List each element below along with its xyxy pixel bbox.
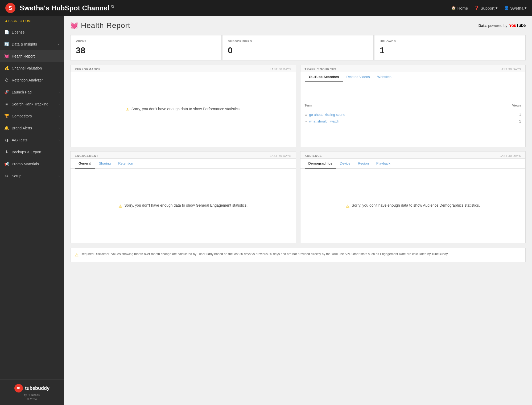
search-rank-icon: ≡ [4,102,9,107]
retention-analyzer-icon: ⏱ [4,78,9,83]
sidebar-item-launch-pad[interactable]: 🚀 Launch Pad › [0,86,64,98]
col-views: Views [512,104,521,107]
sidebar-item-competitors[interactable]: 🏆 Competitors › [0,110,64,122]
sidebar-item-search-rank-tracking[interactable]: ≡ Search Rank Tracking › [0,98,64,110]
engagement-panel: ENGAGEMENT LAST 30 DAYS General Sharing … [70,151,296,243]
table-row: ▲ what should i watch 1 [305,118,521,125]
chevron-right-icon: › [59,138,60,142]
audience-tabs: Demographics Device Region Playback [300,159,526,169]
nav-home[interactable]: 🏠 Home [451,6,468,10]
tab-youtube-searches[interactable]: YouTube Searches [305,72,343,82]
sidebar-item-ab-tests[interactable]: ◑ A/B Tests › [0,134,64,146]
tubebuddy-sub: by BENlabs® [24,394,40,396]
sidebar-item-label: Launch Pad [12,90,32,94]
sidebar-item-health-report[interactable]: 💓 Health Report [0,50,64,62]
sidebar-item-label: Backups & Export [12,150,41,154]
page-header: 💓 Health Report Data powered by YouTube [70,21,526,30]
license-icon: 📄 [4,30,9,35]
nav-user[interactable]: 👤 Swetha ▾ [504,6,527,10]
up-arrow-icon: ▲ [305,113,308,116]
performance-header: PERFORMANCE LAST 30 DAYS [71,65,296,72]
app-title: Swetha's HubSpot Channel ⧉ [20,4,451,12]
tab-device[interactable]: Device [336,159,354,169]
performance-title: PERFORMANCE [75,68,101,71]
performance-panel: PERFORMANCE LAST 30 DAYS ⚠ Sorry, you do… [70,65,296,147]
sidebar-item-label: License [12,30,24,34]
traffic-views-1: 1 [519,113,521,117]
sidebar: ◄ BACK TO HOME 📄 License 🔄 Data & Insigh… [0,16,64,405]
ab-tests-icon: ◑ [4,138,9,142]
traffic-term-1[interactable]: ▲ go ahead kissing scene [305,113,345,117]
sidebar-item-label: A/B Tests [12,138,27,142]
sidebar-item-label: Health Report [12,54,35,58]
launch-pad-icon: 🚀 [4,90,9,95]
subscribers-value: 0 [228,46,368,55]
uploads-label: UPLOADS [380,40,520,43]
subscribers-label: SUBSCRIBERS [228,40,368,43]
sidebar-item-label: Retention Analyzer [12,78,43,82]
table-row: ▲ go ahead kissing scene 1 [305,111,521,118]
data-label: Data [479,23,486,28]
tubebuddy-brand: tubebuddy [25,386,50,391]
tab-websites[interactable]: Websites [374,72,395,82]
tab-demographics[interactable]: Demographics [305,159,336,169]
sidebar-item-label: Brand Alerts [12,126,32,130]
tab-retention[interactable]: Retention [114,159,137,169]
performance-body: ⚠ Sorry, you don't have enough data to s… [71,72,296,147]
disclaimer-warning-icon: ⚠ [75,252,79,258]
topbar: S Swetha's HubSpot Channel ⧉ 🏠 Home ❓ Su… [0,0,532,16]
chevron-right-icon: › [59,91,60,94]
chevron-right-icon: › [59,103,60,106]
audience-subtitle: LAST 30 DAYS [500,154,521,157]
data-insights-icon: 🔄 [4,42,9,47]
traffic-term-2[interactable]: ▲ what should i watch [305,119,339,123]
backups-icon: ⬇ [4,150,9,154]
engagement-subtitle: LAST 30 DAYS [270,154,291,157]
sidebar-item-channel-valuation[interactable]: 💰 Channel Valuation [0,62,64,74]
traffic-tabs: YouTube Searches Related Videos Websites [300,72,526,82]
top-panels-row: PERFORMANCE LAST 30 DAYS ⚠ Sorry, you do… [70,65,526,147]
sidebar-item-brand-alerts[interactable]: 🔔 Brand Alerts › [0,122,64,134]
health-report-icon: 💓 [4,54,9,59]
disclaimer: ⚠ Required Disclaimer: Values showing mo… [70,248,526,262]
uploads-value: 1 [380,46,520,55]
powered-by-label: powered by [488,23,507,28]
sidebar-item-setup[interactable]: ⚙ Setup › [0,170,64,182]
engagement-tabs: General Sharing Retention [71,159,296,169]
tab-related-videos[interactable]: Related Videos [343,72,374,82]
sidebar-item-data-insights[interactable]: 🔄 Data & Insights ▾ [0,38,64,50]
topbar-nav: 🏠 Home ❓ Support ▾ 👤 Swetha ▾ [451,6,527,10]
views-value: 38 [76,46,216,55]
warning-icon: ⚠ [126,107,129,112]
sidebar-item-label: Data & Insights [12,42,37,46]
tab-region[interactable]: Region [354,159,373,169]
audience-body: ⚠ Sorry, you don't have enough data to s… [300,169,526,243]
user-icon: 👤 [504,6,509,10]
chevron-right-icon: › [59,126,60,130]
copyright-year: © 2024 [27,398,37,401]
traffic-header: TRAFFIC SOURCES LAST 30 DAYS [300,65,526,72]
sidebar-item-retention-analyzer[interactable]: ⏱ Retention Analyzer [0,74,64,86]
disclaimer-text: Required Disclaimer: Values showing mont… [81,252,448,256]
nav-support[interactable]: ❓ Support ▾ [474,6,498,10]
sidebar-item-label: Channel Valuation [12,66,42,70]
back-to-home[interactable]: ◄ BACK TO HOME [0,16,64,26]
health-icon: 💓 [70,22,78,29]
sidebar-item-license[interactable]: 📄 License [0,26,64,38]
tab-sharing[interactable]: Sharing [95,159,114,169]
tab-playback[interactable]: Playback [373,159,394,169]
support-icon: ❓ [474,6,479,10]
powered-by-section: Data powered by YouTube [479,23,526,28]
engagement-warning: ⚠ Sorry, you don't have enough data to s… [118,203,248,209]
stat-subscribers: SUBSCRIBERS 0 [222,35,374,60]
tab-general[interactable]: General [75,159,95,169]
sidebar-item-backups-export[interactable]: ⬇ Backups & Export [0,146,64,158]
competitors-icon: 🏆 [4,114,9,118]
app-logo: S [5,3,15,13]
engagement-body: ⚠ Sorry, you don't have enough data to s… [71,169,296,243]
sidebar-item-promo-materials[interactable]: 📢 Promo Materials [0,158,64,170]
youtube-brand: YouTube [509,23,526,28]
engagement-title: ENGAGEMENT [75,154,98,157]
main-content: 💓 Health Report Data powered by YouTube … [64,16,532,405]
up-arrow-icon: ▲ [305,120,308,123]
